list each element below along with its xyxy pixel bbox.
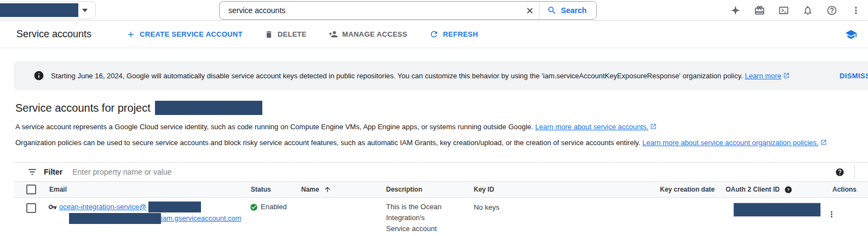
gift-icon[interactable] (754, 5, 765, 16)
key-creation-date-cell (654, 198, 720, 234)
column-header-actions: Actions (827, 182, 868, 197)
external-link-icon (820, 139, 827, 146)
status-text: Enabled (261, 203, 287, 211)
redacted-email-project-2 (69, 213, 161, 224)
clear-search-icon[interactable] (520, 2, 539, 19)
redacted-project-name (0, 3, 78, 17)
filter-bar-right (835, 165, 868, 179)
intro-text: A service account represents a Google Cl… (15, 123, 533, 131)
project-selector[interactable] (0, 1, 96, 19)
column-header-oauth-client-id[interactable]: OAuth 2 Client ID ? (720, 182, 827, 197)
service-account-email-domain[interactable]: iam.gserviceaccount.com (161, 213, 242, 224)
select-all-checkbox[interactable] (26, 185, 36, 194)
refresh-button[interactable]: REFRESH (429, 30, 478, 39)
filter-input[interactable] (72, 168, 835, 176)
person-add-icon (329, 30, 338, 39)
page-action-bar: Service accounts CREATE SERVICE ACCOUNT … (0, 21, 868, 48)
redacted-project-id (155, 101, 262, 115)
page-title: Service accounts (16, 28, 91, 40)
intro-paragraph: A service account represents a Google Cl… (15, 123, 868, 131)
description-text: This is the Ocean Integration's Service … (381, 202, 446, 234)
header-checkbox-cell (14, 182, 44, 197)
delete-button[interactable]: DELETE (265, 30, 307, 39)
table-row: ocean-integration-service@ iam.gservicea… (14, 198, 868, 234)
top-app-bar: Search (0, 0, 868, 21)
filter-help-icon[interactable] (835, 168, 844, 177)
column-header-oauth-label: OAuth 2 Client ID (726, 186, 780, 193)
banner-message-text: Starting June 16, 2024, Google will auto… (51, 72, 743, 80)
refresh-icon (429, 30, 439, 39)
oauth-help-icon[interactable]: ? (784, 186, 792, 194)
column-header-email[interactable]: Email (44, 182, 245, 197)
filter-icon (27, 167, 37, 177)
org-policies-text: Organization policies can be used to sec… (15, 139, 640, 147)
external-link-icon (783, 72, 790, 79)
dropdown-caret-icon (82, 9, 88, 12)
banner-message: Starting June 16, 2024, Google will auto… (51, 72, 790, 80)
status-cell: Enabled (245, 198, 296, 234)
search-icon (547, 5, 557, 15)
section-heading-text: Service accounts for project (15, 102, 151, 114)
banner-learn-more-link[interactable]: Learn more (745, 72, 781, 80)
column-header-key-id[interactable]: Key ID (468, 182, 654, 197)
refresh-label: REFRESH (443, 30, 478, 38)
redacted-oauth-client-id (734, 203, 820, 216)
global-search-bar: Search (219, 1, 597, 20)
actions-cell (827, 198, 868, 234)
delete-label: DELETE (278, 30, 307, 38)
dismiss-button[interactable]: DISMISS (840, 61, 868, 90)
service-account-key-icon (48, 203, 57, 211)
org-policies-paragraph: Organization policies can be used to sec… (15, 139, 868, 147)
row-checkbox-cell (14, 198, 44, 234)
notifications-bell-icon[interactable] (802, 5, 813, 16)
svg-text:?: ? (787, 187, 790, 192)
email-line-1: ocean-integration-service@ (48, 202, 245, 212)
trash-icon (265, 30, 273, 39)
column-header-name[interactable]: Name (296, 182, 381, 197)
search-input[interactable] (220, 6, 520, 15)
help-icon[interactable] (826, 5, 837, 16)
service-accounts-table: Filter Email Status Name Description Key… (14, 162, 868, 234)
cloud-shell-icon[interactable] (778, 5, 789, 16)
info-icon (33, 70, 44, 81)
intro-learn-more-link[interactable]: Learn more about service accounts. (535, 123, 648, 131)
page-intro: Service accounts for project A service a… (0, 90, 868, 147)
description-cell: This is the Ocean Integration's Service … (381, 198, 468, 234)
redacted-email-project (148, 202, 201, 212)
gemini-sparkle-icon[interactable] (730, 5, 741, 16)
table-header-row: Email Status Name Description Key ID Key… (14, 181, 868, 198)
key-id-cell: No keys (468, 198, 654, 234)
name-cell (296, 198, 381, 234)
column-header-key-creation-date[interactable]: Key creation date (654, 182, 720, 197)
column-header-name-label: Name (301, 186, 319, 193)
service-account-email-link[interactable]: ocean-integration-service@ (59, 202, 146, 212)
search-button-label: Search (561, 6, 587, 15)
search-button[interactable]: Search (539, 2, 596, 19)
sort-ascending-icon[interactable] (324, 186, 331, 193)
manage-access-label: MANAGE ACCESS (342, 30, 407, 38)
plus-icon (127, 30, 135, 39)
key-exposure-banner: Starting June 16, 2024, Google will auto… (14, 61, 868, 90)
topbar-icon-group (730, 0, 861, 21)
create-service-account-button[interactable]: CREATE SERVICE ACCOUNT (127, 30, 243, 39)
email-line-2: iam.gserviceaccount.com (69, 213, 245, 224)
email-cell: ocean-integration-service@ iam.gservicea… (44, 198, 245, 234)
oauth-client-id-cell (720, 198, 827, 234)
section-heading: Service accounts for project (15, 101, 868, 115)
filter-bar-divider (854, 165, 855, 179)
status-enabled-check-icon (250, 203, 258, 211)
row-checkbox[interactable] (26, 203, 36, 213)
more-vert-icon[interactable] (850, 5, 861, 16)
learn-panel-icon[interactable] (845, 28, 857, 41)
filter-label[interactable]: Filter (44, 168, 62, 176)
external-link-icon (650, 123, 657, 130)
row-actions-menu-icon[interactable] (827, 210, 868, 219)
table-filter-bar: Filter (14, 163, 868, 181)
create-service-account-label: CREATE SERVICE ACCOUNT (140, 30, 243, 38)
manage-access-button[interactable]: MANAGE ACCESS (329, 30, 407, 39)
org-policies-learn-more-link[interactable]: Learn more about service account organiz… (642, 139, 819, 147)
column-header-description[interactable]: Description (381, 182, 468, 197)
column-header-status[interactable]: Status (245, 182, 296, 197)
